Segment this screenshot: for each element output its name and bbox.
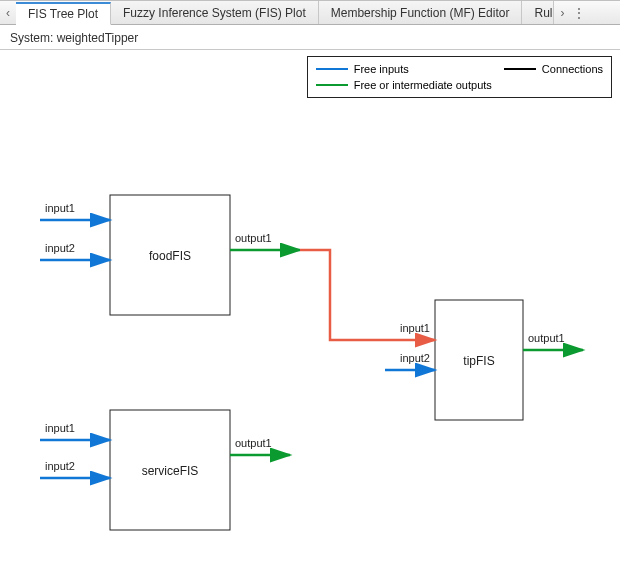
node-tipFIS-label: tipFIS xyxy=(463,354,494,368)
node-foodFIS-label: foodFIS xyxy=(149,249,191,263)
tab-scroll-right[interactable]: › xyxy=(554,1,570,24)
label-foodFIS-input1: input1 xyxy=(45,202,75,214)
node-tipFIS[interactable]: tipFIS xyxy=(435,300,523,420)
label-foodFIS-input2: input2 xyxy=(45,242,75,254)
diagram-svg: foodFIS input1 input2 output1 serviceFIS… xyxy=(0,50,620,574)
tab-mf-editor[interactable]: Membership Function (MF) Editor xyxy=(319,1,523,24)
label-foodFIS-output1: output1 xyxy=(235,232,272,244)
label-tipFIS-input1: input1 xyxy=(400,322,430,334)
tab-fis-tree-plot[interactable]: FIS Tree Plot xyxy=(16,2,111,25)
label-tipFIS-input2: input2 xyxy=(400,352,430,364)
tab-rule-editor[interactable]: Rul xyxy=(522,1,554,24)
label-serviceFIS-input1: input1 xyxy=(45,422,75,434)
fis-tree-canvas[interactable]: Free inputs Free or intermediate outputs… xyxy=(0,50,620,574)
tab-scroll-left[interactable]: ‹ xyxy=(0,1,16,24)
tab-menu-button[interactable]: ⋮ xyxy=(570,1,588,24)
tab-bar: ‹ FIS Tree Plot Fuzzy Inference System (… xyxy=(0,1,620,25)
label-tipFIS-output1: output1 xyxy=(528,332,565,344)
tab-fis-plot[interactable]: Fuzzy Inference System (FIS) Plot xyxy=(111,1,319,24)
node-serviceFIS-label: serviceFIS xyxy=(142,464,199,478)
node-serviceFIS[interactable]: serviceFIS xyxy=(110,410,230,530)
label-serviceFIS-output1: output1 xyxy=(235,437,272,449)
system-title: System: weightedTipper xyxy=(0,25,620,50)
node-foodFIS[interactable]: foodFIS xyxy=(110,195,230,315)
label-serviceFIS-input2: input2 xyxy=(45,460,75,472)
